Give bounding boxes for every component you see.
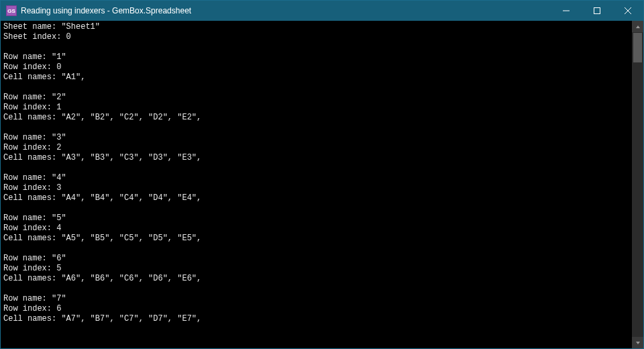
chevron-down-icon [635, 340, 641, 346]
scroll-down-button[interactable] [632, 337, 643, 348]
svg-marker-5 [636, 342, 640, 344]
scroll-thumb[interactable] [633, 33, 642, 62]
vertical-scrollbar[interactable] [632, 21, 643, 348]
scroll-up-button[interactable] [632, 21, 643, 32]
svg-marker-4 [636, 26, 640, 28]
app-icon: GS [6, 5, 17, 16]
minimize-button[interactable] [551, 1, 582, 21]
console-output[interactable]: Sheet name: "Sheet1" Sheet index: 0 Row … [1, 21, 632, 348]
chevron-up-icon [635, 24, 641, 30]
client-area: Sheet name: "Sheet1" Sheet index: 0 Row … [1, 21, 643, 348]
titlebar[interactable]: GS Reading using indexers - GemBox.Sprea… [1, 1, 643, 21]
minimize-icon [563, 7, 570, 14]
close-button[interactable] [612, 1, 643, 21]
maximize-icon [594, 7, 600, 14]
svg-rect-1 [594, 8, 600, 14]
window-title: Reading using indexers - GemBox.Spreadsh… [21, 6, 191, 15]
maximize-button[interactable] [582, 1, 612, 21]
close-icon [625, 7, 631, 14]
app-window: GS Reading using indexers - GemBox.Sprea… [0, 0, 644, 349]
